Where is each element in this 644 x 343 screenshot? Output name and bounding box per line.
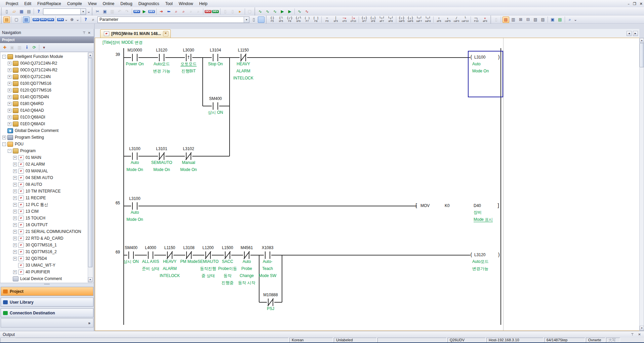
device-display-format-icon[interactable]: DEV bbox=[57, 16, 64, 23]
instruction-K0[interactable]: K0 bbox=[445, 203, 450, 208]
view-button-project[interactable]: Project bbox=[1, 287, 93, 296]
find-icon[interactable]: ⌕ bbox=[90, 16, 96, 23]
tree-expander-icon[interactable]: + bbox=[8, 82, 11, 85]
ladder-symbol-caF5[interactable]: ↓caF5 bbox=[443, 16, 452, 23]
ladder-symbol-F5[interactable]: ┤├F5 bbox=[268, 16, 277, 23]
insert-row-icon[interactable]: ⊞ bbox=[517, 16, 524, 23]
contact-nc-L1150[interactable] bbox=[240, 54, 247, 61]
tab-prg-main[interactable]: ⇄ [PRG]Write 01 MAIN 148... ✕ bbox=[100, 29, 171, 38]
tree-expander-icon[interactable]: + bbox=[13, 203, 17, 207]
device-display-icon[interactable]: DEV bbox=[133, 8, 140, 15]
tree-item-12-plc-[interactable]: +⇄12 PLC 통신 bbox=[0, 201, 93, 208]
save-project-icon[interactable]: ▦ bbox=[18, 8, 25, 15]
nav-copy-icon[interactable]: ▣ bbox=[9, 44, 15, 50]
tree-expander-icon[interactable]: + bbox=[13, 210, 17, 213]
device-test-icon[interactable]: DEV bbox=[205, 8, 211, 15]
tree-item-40-purifier[interactable]: +⇄40 PURIFIER bbox=[0, 269, 93, 275]
cross-reference-dropdown-icon[interactable]: ⌄ bbox=[76, 16, 79, 23]
ladder-symbol-aF7[interactable]: └↑┘aF7 bbox=[377, 16, 386, 23]
contact-nc-L1200[interactable] bbox=[204, 251, 212, 259]
tree-item-01e0-q68adi[interactable]: +01E0:Q68ADI bbox=[0, 121, 93, 127]
tree-item-33-umac-wt-y[interactable]: ⇄33 UMAC_WT-Y bbox=[0, 262, 93, 269]
device-test-start-icon[interactable]: ∿ bbox=[296, 8, 303, 15]
tree-expander-icon[interactable]: + bbox=[13, 176, 17, 180]
write-to-plc-icon[interactable]: ➜ bbox=[158, 8, 165, 15]
tree-item-02-alarm[interactable]: +⇄02 ALARM bbox=[0, 161, 93, 168]
tree-item-01-main[interactable]: +⇄01 MAIN bbox=[0, 154, 93, 161]
comment-display-icon[interactable]: DEV bbox=[33, 16, 39, 23]
tab-next-icon[interactable]: ► bbox=[633, 31, 638, 36]
contact-no-L3100[interactable] bbox=[131, 202, 138, 210]
build-icon[interactable]: ▯ bbox=[229, 8, 236, 15]
contact-nc-L3101[interactable] bbox=[158, 152, 165, 160]
new-project-icon[interactable]: ▯ bbox=[3, 8, 10, 15]
menu-diagnostics[interactable]: Diagnostics bbox=[135, 1, 162, 7]
paste-icon[interactable]: ▥ bbox=[109, 8, 116, 15]
tree-expander-icon[interactable]: + bbox=[13, 216, 17, 220]
tree-expander-icon[interactable]: - bbox=[2, 142, 6, 146]
verify-with-plc-icon[interactable]: ⌕ bbox=[173, 8, 179, 15]
tree-item-11-recipe[interactable]: +⇄11 RECIPE bbox=[0, 195, 93, 201]
tree-item-13-cim[interactable]: +⇄13 CIM bbox=[0, 208, 93, 215]
redo-icon[interactable]: ↷ bbox=[124, 8, 130, 15]
statement-edit-icon[interactable]: ▤ bbox=[557, 16, 563, 23]
tree-item-21-serial-communication[interactable]: +⇄21 SERIAL COMMUNICATION bbox=[0, 228, 93, 235]
tree-item-01c0-q68adi[interactable]: +01C0:Q68ADI bbox=[0, 114, 93, 121]
display-format-dropdown-icon[interactable]: ⌄ bbox=[65, 16, 68, 23]
tree-item-intelligent-function-module[interactable]: -Intelligent Function Module bbox=[0, 53, 93, 60]
ladder-symbol-caF10[interactable]: └caF10 bbox=[461, 16, 470, 23]
ladder-symbol-sF8[interactable]: ┤↓├sF8 bbox=[369, 16, 377, 23]
ladder-symbol-F8[interactable]: [ ]F8 bbox=[312, 16, 320, 23]
tree-expander-icon[interactable]: + bbox=[13, 237, 17, 240]
docking-window-icon[interactable]: ▤ bbox=[23, 16, 30, 23]
tree-expander-icon[interactable]: + bbox=[13, 190, 17, 193]
copy-icon[interactable]: ▣ bbox=[102, 8, 108, 15]
view-button-user-library[interactable]: User Library bbox=[1, 298, 93, 307]
tree-expander-icon[interactable]: + bbox=[8, 75, 11, 79]
menu-edit[interactable]: Edit bbox=[21, 1, 34, 7]
contact-nc-M10888[interactable] bbox=[267, 299, 274, 306]
ladder-symbol-aF5[interactable]: ↑aF5 bbox=[435, 16, 443, 23]
nav-paste-icon[interactable]: ▥ bbox=[16, 44, 23, 50]
nav-refresh-icon[interactable]: ⟳ bbox=[31, 44, 38, 50]
zoom-icon[interactable]: ⌕ bbox=[566, 16, 573, 23]
editor-scrollbar[interactable]: ▲ ▼ bbox=[639, 38, 644, 331]
contact-nc-L1150[interactable] bbox=[166, 251, 173, 259]
ladder-symbol-cF10[interactable]: │✕cF10 bbox=[349, 16, 358, 23]
tree-expander-icon[interactable]: + bbox=[13, 257, 17, 261]
tab-prev-icon[interactable]: ◄ bbox=[627, 31, 632, 36]
menu-tool[interactable]: Tool bbox=[162, 1, 176, 7]
tree-expander-icon[interactable]: + bbox=[13, 270, 17, 274]
device-test-stop-icon[interactable]: ∿ bbox=[304, 8, 310, 15]
remote-operation-icon[interactable]: ⌕ bbox=[180, 8, 187, 15]
tab-close-icon[interactable]: ✕ bbox=[163, 31, 168, 36]
note-display-icon[interactable]: DEV bbox=[47, 16, 54, 23]
tree-item-22-rtd-ad-card[interactable]: +⇄22 RTD & AD_CARD bbox=[0, 235, 93, 242]
ladder-symbol-F9[interactable]: ─F9 bbox=[323, 16, 331, 23]
device-monitor-icon[interactable]: DEV bbox=[212, 8, 219, 15]
ladder-symbol-saF8[interactable]: └⇓┘saF8 bbox=[424, 16, 432, 23]
cut-icon[interactable]: ✂ bbox=[94, 8, 101, 15]
read-mode-icon[interactable]: ▥ bbox=[510, 16, 517, 23]
monitor-write-icon[interactable]: ⌕ bbox=[195, 8, 202, 15]
tree-item-program[interactable]: -Program bbox=[0, 147, 93, 154]
device-batch-monitor-icon[interactable]: DEV bbox=[148, 8, 155, 15]
tree-scroll-up-icon[interactable]: ▲ bbox=[88, 53, 92, 58]
tree-expander-icon[interactable]: + bbox=[13, 196, 17, 200]
menu-find-replace[interactable]: Find/Replace bbox=[34, 1, 64, 7]
toolbar-options-icon[interactable]: ⌄ bbox=[87, 8, 90, 15]
tree-item-15-touch[interactable]: +⇄15 TOUCH bbox=[0, 215, 93, 221]
blank-toggle-icon[interactable] bbox=[258, 16, 265, 23]
recent-combo[interactable]: ▼ bbox=[43, 8, 86, 15]
tree-item-00a0-qj71c24n-r2[interactable]: +00A0:QJ71C24N-R2 bbox=[0, 60, 93, 67]
tree-item-0140-qd75d4n[interactable]: +0140:QD75D4N bbox=[0, 94, 93, 100]
tree-expander-icon[interactable]: + bbox=[8, 122, 11, 126]
ladder-symbol-sF6[interactable]: ┤/└sF6 bbox=[294, 16, 303, 23]
device-comment-edit-icon[interactable]: ▣ bbox=[549, 16, 556, 23]
edit-mode-icon[interactable]: ▤ bbox=[502, 16, 509, 23]
contact-no-SM400[interactable] bbox=[212, 102, 219, 110]
tree-item-0180-q64rd[interactable]: +0180:Q64RD bbox=[0, 100, 93, 107]
contact-nc-L3108[interactable] bbox=[185, 251, 193, 259]
pin-icon[interactable]: ⊥ bbox=[82, 30, 87, 35]
print-icon[interactable]: ▤ bbox=[26, 8, 32, 15]
